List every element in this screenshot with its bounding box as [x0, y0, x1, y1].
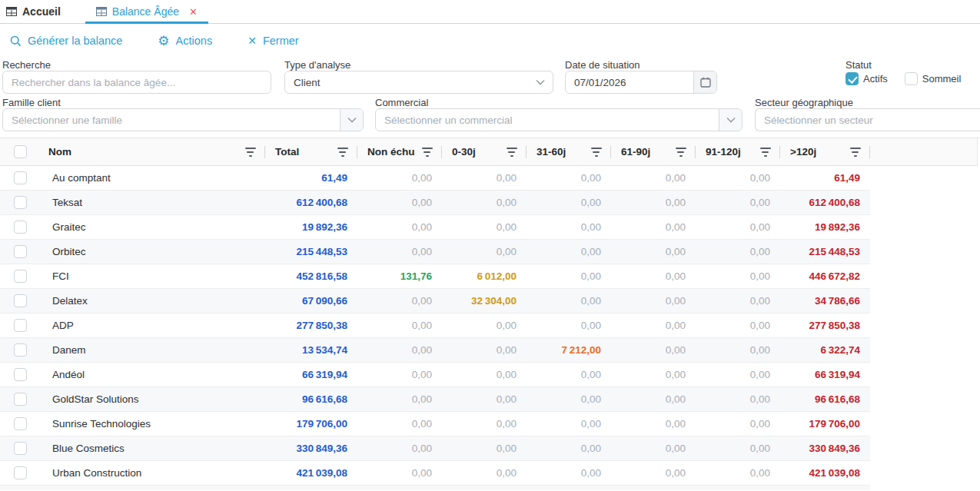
column-header-j61-90[interactable]: 61-90j: [611, 138, 696, 165]
column-header-nonechu[interactable]: Non échu: [357, 138, 442, 165]
column-label: Nom: [48, 146, 71, 158]
filter-icon[interactable]: [675, 148, 686, 157]
row-checkbox[interactable]: [14, 466, 27, 479]
row-checkbox[interactable]: [14, 442, 27, 455]
table-row[interactable]: Andéol 66 319,940,000,000,000,000,0066 3…: [0, 363, 870, 387]
row-checkbox[interactable]: [14, 196, 27, 209]
table-row[interactable]: Teksat 612 400,680,000,000,000,000,00612…: [0, 191, 870, 215]
row-name: ADP: [38, 314, 265, 337]
row-checkbox[interactable]: [14, 221, 27, 234]
column-header-j120[interactable]: >120j: [780, 138, 870, 165]
row-name: Graitec: [38, 215, 265, 239]
table-icon: [6, 7, 17, 16]
close-tab-icon[interactable]: ✕: [189, 7, 198, 17]
cell-j0-30: 0,00: [442, 215, 527, 239]
table-row[interactable]: Orbitec 215 448,530,000,000,000,000,0021…: [0, 240, 870, 264]
column-header-j31-60[interactable]: 31-60j: [527, 138, 611, 165]
geo-sector-label: Secteur géographique: [755, 97, 853, 108]
tab-balance-agee[interactable]: Balance Âgée ✕: [85, 0, 208, 23]
sommeil-checkbox[interactable]: [905, 72, 918, 85]
calendar-button[interactable]: [693, 71, 716, 93]
toolbar: Générer la balance ⚙ Actions ✕ Fermer: [0, 24, 980, 58]
close-label: Fermer: [263, 35, 299, 47]
analysis-type-select[interactable]: Client: [284, 71, 553, 94]
row-checkbox[interactable]: [14, 171, 27, 184]
table-row[interactable]: Sunrise Technologies 179 706,000,000,000…: [0, 412, 870, 436]
cell-nonechu: 0,00: [357, 412, 442, 436]
table-row[interactable]: Graitec 19 892,360,000,000,000,000,0019 …: [0, 215, 870, 240]
search-field[interactable]: [2, 71, 271, 94]
cell-j61-90: 0,00: [611, 264, 696, 288]
cell-j120: 6 322,74: [780, 338, 870, 362]
table-row[interactable]: Blue Cosmetics 330 849,360,000,000,000,0…: [0, 436, 870, 461]
row-checkbox[interactable]: [14, 270, 27, 283]
commercial-dropdown-button[interactable]: [719, 109, 742, 131]
search-label: Recherche: [2, 59, 51, 71]
row-checkbox[interactable]: [14, 319, 27, 332]
cell-nonechu: 0,00: [357, 387, 442, 411]
geo-sector-select[interactable]: Sélectionner un secteur: [755, 108, 980, 131]
status-option-sommeil[interactable]: Sommeil: [905, 72, 962, 85]
cell-total: 19 892,36: [265, 215, 357, 239]
select-all-checkbox[interactable]: [14, 145, 27, 158]
cell-nonechu: 131,76: [357, 264, 442, 288]
table-row[interactable]: Delatex 67 090,660,0032 304,000,000,000,…: [0, 289, 870, 314]
cell-j61-90: 0,00: [611, 436, 696, 460]
row-checkbox[interactable]: [14, 245, 27, 258]
client-family-select[interactable]: Sélectionner une famille: [2, 108, 364, 131]
client-family-dropdown-button[interactable]: [340, 109, 363, 131]
commercial-select[interactable]: Sélectionner un commercial: [375, 108, 742, 131]
status-option-actifs[interactable]: Actifs: [845, 72, 888, 85]
filter-icon[interactable]: [849, 148, 861, 157]
row-checkbox[interactable]: [14, 368, 27, 381]
tab-label: Accueil: [22, 5, 61, 18]
cell-j120: 61,49: [780, 166, 870, 190]
row-checkbox[interactable]: [14, 343, 27, 357]
close-button[interactable]: ✕ Fermer: [247, 35, 298, 47]
filter-icon[interactable]: [590, 148, 602, 157]
cell-j61-90: 0,00: [611, 412, 696, 436]
actions-label: Actions: [176, 35, 213, 47]
table-row[interactable]: GoldStar Solutions 96 616,680,000,000,00…: [0, 387, 870, 412]
cell-j120: 96 616,68: [780, 387, 870, 411]
situation-date-field[interactable]: 07/01/2026: [565, 71, 717, 94]
table-row[interactable]: Urban Construction 421 039,080,000,000,0…: [0, 461, 870, 486]
cell-j120: 277 850,38: [780, 314, 870, 337]
filter-icon[interactable]: [337, 148, 348, 157]
column-header-nom[interactable]: Nom: [38, 138, 265, 165]
column-header-j91-120[interactable]: 91-120j: [696, 138, 780, 165]
row-checkbox[interactable]: [14, 393, 27, 406]
tab-accueil[interactable]: Accueil: [0, 0, 71, 23]
cell-j91-120: 0,00: [696, 412, 780, 436]
column-header-total[interactable]: Total: [265, 138, 357, 165]
cell-j91-120: 0,00: [696, 338, 780, 362]
cell-total: 421 039,08: [265, 461, 357, 485]
cell-j120: 215 448,53: [780, 240, 870, 264]
cell-j31-60: 0,00: [527, 363, 611, 386]
filter-icon[interactable]: [421, 148, 433, 157]
cell-j91-120: 0,00: [696, 461, 780, 485]
table-row[interactable]: FCI 452 816,58131,766 012,000,000,000,00…: [0, 264, 870, 289]
cell-j61-90: 0,00: [611, 215, 696, 239]
row-checkbox-cell: [0, 191, 38, 214]
actifs-checkbox[interactable]: [845, 72, 859, 85]
table-row[interactable]: ADP 277 850,380,000,000,000,000,00277 85…: [0, 314, 870, 338]
column-header-j0-30[interactable]: 0-30j: [442, 138, 527, 165]
filter-icon[interactable]: [759, 148, 771, 157]
filter-icon[interactable]: [244, 148, 256, 157]
table-row[interactable]: Danem 13 534,740,000,007 212,000,000,006…: [0, 338, 870, 363]
sommeil-label: Sommeil: [922, 73, 962, 85]
cell-j0-30: 0,00: [442, 436, 527, 460]
cell-j91-120: 0,00: [696, 387, 780, 411]
row-checkbox[interactable]: [14, 417, 27, 430]
actions-button[interactable]: ⚙ Actions: [158, 35, 212, 48]
row-checkbox[interactable]: [14, 294, 27, 307]
filter-icon[interactable]: [506, 148, 517, 157]
row-name: Teksat: [38, 191, 265, 214]
table-row[interactable]: Au comptant 61,490,000,000,000,000,0061,…: [0, 166, 870, 191]
cell-j0-30: 0,00: [442, 191, 527, 214]
search-input[interactable]: [3, 71, 271, 93]
generate-balance-button[interactable]: Générer la balance: [10, 35, 122, 47]
cell-j61-90: 0,00: [611, 387, 696, 411]
geo-sector-placeholder: Sélectionner un secteur: [756, 114, 980, 126]
